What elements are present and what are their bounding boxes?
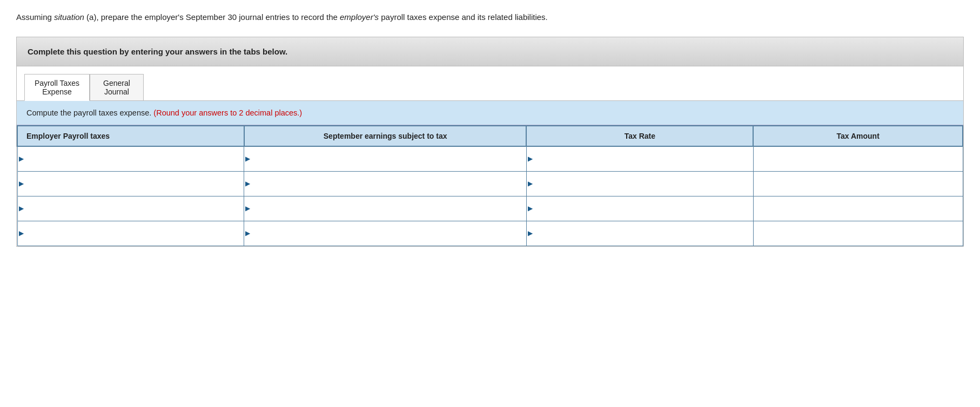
row1-employer-input[interactable] — [26, 147, 244, 171]
row1-rate-input[interactable] — [535, 147, 753, 171]
row2-col-employer[interactable]: ▶ — [17, 171, 244, 196]
row4-rate-input[interactable] — [535, 221, 753, 246]
complete-question-label: Complete this question by entering your … — [28, 47, 287, 56]
instruction-bar: Compute the payroll taxes expense. (Roun… — [17, 101, 963, 125]
row4-september-input[interactable] — [253, 221, 526, 246]
row4-col-amount[interactable] — [753, 221, 963, 246]
arrow-icon: ▶ — [245, 229, 250, 237]
row2-col-amount[interactable] — [753, 171, 963, 196]
arrow-icon: ▶ — [528, 205, 533, 212]
row3-col-september[interactable]: ▶ — [244, 196, 526, 221]
tab-row: Payroll Taxes Expense General Journal — [17, 66, 963, 101]
arrow-icon: ▶ — [19, 155, 24, 162]
col-header-september: September earnings subject to tax — [244, 126, 526, 146]
row4-employer-input[interactable] — [26, 221, 244, 246]
row2-september-input[interactable] — [253, 172, 526, 196]
row3-employer-input[interactable] — [26, 196, 244, 221]
row3-amount-input[interactable] — [754, 196, 963, 221]
tabs-container: Payroll Taxes Expense General Journal Co… — [16, 66, 964, 247]
row2-col-rate[interactable]: ▶ — [526, 171, 753, 196]
row1-col-rate[interactable]: ▶ — [526, 146, 753, 171]
row1-col-amount[interactable] — [753, 146, 963, 171]
row2-col-september[interactable]: ▶ — [244, 171, 526, 196]
row3-col-employer[interactable]: ▶ — [17, 196, 244, 221]
row2-employer-input[interactable] — [26, 172, 244, 196]
row1-col-september[interactable]: ▶ — [244, 146, 526, 171]
row1-september-input[interactable] — [253, 147, 526, 171]
arrow-icon: ▶ — [528, 180, 533, 187]
col-header-amount: Tax Amount — [753, 126, 963, 146]
arrow-icon: ▶ — [528, 155, 533, 162]
col-header-employer: Employer Payroll taxes — [17, 126, 244, 146]
row3-september-input[interactable] — [253, 196, 526, 221]
row3-rate-input[interactable] — [535, 196, 753, 221]
table-row: ▶▶▶ — [17, 221, 963, 246]
table-row: ▶▶▶ — [17, 171, 963, 196]
arrow-icon: ▶ — [19, 180, 24, 187]
row3-col-rate[interactable]: ▶ — [526, 196, 753, 221]
intro-paragraph: Assuming situation (a), prepare the empl… — [16, 11, 610, 24]
tab-payroll-taxes-expense[interactable]: Payroll Taxes Expense — [24, 74, 90, 101]
arrow-icon: ▶ — [19, 205, 24, 212]
row3-col-amount[interactable] — [753, 196, 963, 221]
table-wrapper: Employer Payroll taxes September earning… — [17, 125, 963, 246]
row1-col-employer[interactable]: ▶ — [17, 146, 244, 171]
table-row: ▶▶▶ — [17, 196, 963, 221]
row4-col-september[interactable]: ▶ — [244, 221, 526, 246]
row4-col-rate[interactable]: ▶ — [526, 221, 753, 246]
tab-general-journal[interactable]: General Journal — [90, 74, 144, 100]
payroll-tax-table: Employer Payroll taxes September earning… — [17, 125, 963, 246]
arrow-icon: ▶ — [245, 155, 250, 162]
row1-amount-input[interactable] — [754, 147, 963, 171]
instruction-text: Compute the payroll taxes expense. — [26, 108, 151, 117]
round-note: (Round your answers to 2 decimal places.… — [153, 108, 302, 117]
arrow-icon: ▶ — [19, 229, 24, 237]
row4-amount-input[interactable] — [754, 221, 963, 246]
col-header-rate: Tax Rate — [526, 126, 753, 146]
row2-amount-input[interactable] — [754, 172, 963, 196]
arrow-icon: ▶ — [245, 180, 250, 187]
table-row: ▶▶▶ — [17, 146, 963, 171]
row2-rate-input[interactable] — [535, 172, 753, 196]
arrow-icon: ▶ — [245, 205, 250, 212]
arrow-icon: ▶ — [528, 229, 533, 237]
tab-content-payroll: Compute the payroll taxes expense. (Roun… — [17, 101, 963, 246]
complete-question-box: Complete this question by entering your … — [16, 37, 964, 66]
row4-col-employer[interactable]: ▶ — [17, 221, 244, 246]
